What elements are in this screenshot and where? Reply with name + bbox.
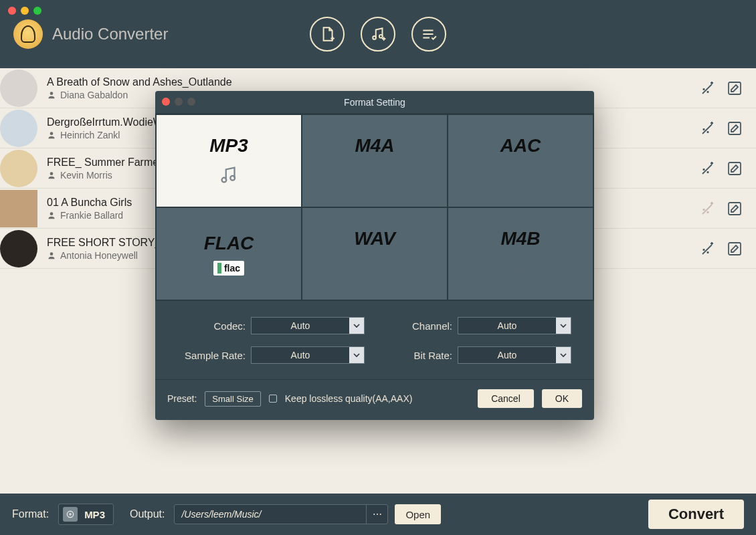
preset-label: Preset: [167, 393, 197, 404]
svg-point-25 [516, 269, 519, 272]
magic-wand-button[interactable] [698, 119, 717, 138]
open-output-button[interactable]: Open [395, 504, 441, 524]
window-zoom-button[interactable] [33, 7, 41, 15]
lossless-checkbox[interactable] [269, 395, 277, 403]
edit-button[interactable] [725, 239, 744, 258]
file-thumbnail [0, 70, 37, 107]
dialog-zoom-button [187, 98, 195, 106]
browse-output-button[interactable]: ⋯ [366, 505, 387, 524]
format-setting-dialog: Format Setting MP3 M4A AAC FLAC flac WAV… [155, 91, 594, 420]
svg-point-14 [222, 177, 227, 182]
sample-rate-value: Auto [252, 350, 349, 360]
app-logo-icon [13, 19, 43, 49]
edit-button[interactable] [725, 119, 744, 138]
codec-dropdown[interactable]: Auto [251, 317, 365, 334]
svg-point-19 [512, 167, 529, 184]
edit-button[interactable] [725, 79, 744, 98]
format-option-aac[interactable]: AAC [448, 115, 593, 207]
svg-rect-9 [729, 203, 741, 215]
itunes-note-icon [508, 256, 533, 280]
format-option-label: M4A [355, 135, 394, 156]
format-option-label: AAC [500, 135, 541, 156]
chevron-down-icon [349, 318, 364, 334]
dialog-minimize-button [175, 98, 183, 106]
format-option-label: WAV [354, 228, 395, 249]
magic-wand-icon [700, 241, 716, 257]
format-mini-icon [63, 507, 78, 522]
lossless-label: Keep lossless quality(AA,AAX) [285, 393, 413, 404]
format-option-wav[interactable]: WAV [302, 208, 447, 300]
output-path-value: /Users/leem/Music/ [181, 509, 366, 520]
window-close-button[interactable] [8, 7, 16, 15]
svg-rect-7 [729, 163, 741, 175]
convert-button[interactable]: Convert [648, 500, 744, 529]
format-option-m4a[interactable]: M4A [302, 115, 447, 207]
format-selector[interactable]: MP3 [58, 504, 114, 525]
file-thumbnail [0, 230, 37, 268]
music-plus-icon [369, 25, 387, 43]
bit-rate-dropdown[interactable]: Auto [458, 346, 571, 364]
svg-point-2 [50, 92, 54, 95]
file-author: Heinrich Zankl [60, 130, 120, 140]
footer-bar: Format: MP3 Output: /Users/leem/Music/ ⋯… [0, 494, 756, 535]
svg-point-17 [370, 176, 373, 179]
preset-dropdown[interactable]: Small Size [205, 391, 260, 407]
format-option-flac[interactable]: FLAC flac [157, 208, 301, 300]
channel-dropdown[interactable]: Auto [458, 317, 571, 334]
list-check-icon [420, 25, 438, 43]
codec-setting: Codec: Auto [178, 317, 365, 334]
magic-wand-button[interactable] [698, 159, 717, 178]
output-label: Output: [130, 508, 165, 520]
edit-button[interactable] [725, 159, 744, 178]
add-file-button[interactable] [310, 17, 345, 51]
person-icon [47, 251, 56, 260]
app-title: Audio Converter [52, 25, 168, 43]
flac-badge-icon: flac [213, 261, 244, 276]
svg-point-6 [50, 172, 54, 175]
format-value: MP3 [84, 509, 105, 520]
chevron-down-icon [556, 347, 571, 363]
magic-wand-icon [700, 120, 716, 136]
magic-wand-button[interactable] [698, 199, 717, 218]
file-author: Kevin Morris [60, 170, 112, 181]
edit-icon [727, 120, 743, 136]
magic-wand-icon [700, 80, 716, 96]
magic-wand-button[interactable] [698, 239, 717, 258]
svg-point-16 [366, 167, 383, 184]
sample-rate-dropdown[interactable]: Auto [251, 346, 365, 364]
edit-button[interactable] [725, 199, 744, 218]
sample-rate-label: Sample Rate: [181, 350, 246, 361]
svg-point-1 [379, 35, 383, 38]
document-plus-icon [318, 25, 336, 43]
svg-point-15 [230, 175, 235, 180]
app-header: Audio Converter [0, 0, 756, 68]
format-grid: MP3 M4A AAC FLAC flac WAV M4B [155, 114, 594, 301]
svg-point-13 [70, 514, 71, 515]
cancel-button[interactable]: Cancel [478, 389, 534, 408]
settings-list-button[interactable] [411, 17, 446, 51]
codec-value: Auto [252, 320, 349, 331]
svg-point-24 [512, 259, 529, 277]
itunes-note-icon [508, 163, 533, 187]
magic-wand-button[interactable] [698, 79, 717, 98]
svg-rect-11 [729, 243, 741, 255]
edit-icon [727, 80, 743, 96]
edit-icon [727, 160, 743, 177]
svg-point-10 [50, 252, 54, 255]
format-option-mp3[interactable]: MP3 [157, 115, 301, 207]
file-row-actions [698, 79, 744, 98]
itunes-note-icon [363, 163, 387, 187]
dialog-close-button[interactable] [162, 98, 170, 106]
add-audio-button[interactable] [361, 17, 395, 51]
file-row-actions [698, 119, 744, 138]
dialog-footer: Preset: Small Size Keep lossless quality… [155, 379, 594, 420]
ok-button[interactable]: OK [542, 389, 582, 408]
file-thumbnail [0, 150, 37, 187]
settings-grid: Codec: Auto Channel: Auto Sample Rate: A… [155, 301, 594, 369]
file-row-actions [698, 199, 744, 218]
person-icon [47, 211, 56, 220]
window-minimize-button[interactable] [21, 7, 29, 15]
app-logo-block: Audio Converter [13, 19, 168, 49]
format-option-m4b[interactable]: M4B [448, 208, 593, 300]
output-path-field[interactable]: /Users/leem/Music/ ⋯ [174, 504, 388, 524]
